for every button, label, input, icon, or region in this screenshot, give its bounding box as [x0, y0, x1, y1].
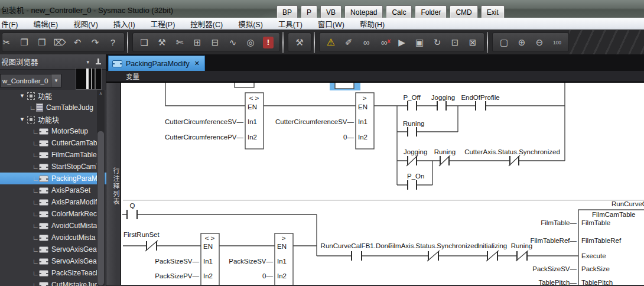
menu-insert[interactable]: 插入(I) — [106, 18, 143, 30]
compare-ne-block[interactable]: < > EN In1 In2 — [201, 233, 219, 285]
contact-label[interactable]: FirstRunSet — [123, 231, 160, 238]
compare-gt-block[interactable]: > EN In1 In2 — [356, 93, 374, 149]
operand-label[interactable]: CutterCircumferenceSV— — [165, 118, 243, 125]
delete-icon[interactable]: ⌦ — [52, 34, 67, 51]
search-icon[interactable]: ◎ — [243, 34, 258, 51]
contact-label[interactable]: Runing — [403, 120, 424, 127]
close-icon[interactable]: ✕ — [193, 60, 200, 67]
contact-label[interactable]: Jogging — [431, 94, 455, 101]
operand-label[interactable]: PackSizeSV— — [155, 258, 199, 265]
ladder-canvas[interactable]: < > EN In1 In2 CutterCircumferenceSV— Cu… — [121, 83, 644, 285]
offline-monitor-icon[interactable]: ⊠ — [465, 34, 480, 51]
tree-item-servoaxisgear1[interactable]: ∟ ServoAxisGearI — [0, 243, 106, 255]
operand-label[interactable]: TablePitch— — [538, 279, 577, 285]
chevron-down-icon[interactable]: ▾ — [51, 74, 61, 87]
fit-view-icon[interactable]: ▢ — [496, 34, 512, 51]
paste-icon[interactable]: ❒ — [34, 34, 50, 51]
tree-item-cuttercamtable[interactable]: ∟ CutterCamTabl — [0, 137, 106, 149]
build-icon[interactable]: ⚒ — [154, 34, 170, 51]
watch-table-icon[interactable]: ⊞ — [190, 34, 205, 51]
menu-help[interactable]: 帮助(H) — [352, 18, 392, 30]
operand-label[interactable]: CutterCircumferenceSV— — [275, 118, 354, 125]
cam-profile-icon[interactable]: ∿ — [225, 34, 240, 51]
menu-simulation[interactable]: 模拟(S) — [230, 18, 271, 30]
contact-label[interactable]: CutterAxis.Status.Synchronized — [464, 148, 560, 155]
menu-edit[interactable]: 编辑(E) — [25, 18, 66, 30]
tree-scrollbar[interactable]: ∧ — [97, 90, 105, 286]
compare-ne-block[interactable]: < > EN In1 In2 — [245, 93, 264, 149]
tree-item-colormarkrect[interactable]: ∟ ColorMarkRect — [0, 208, 106, 220]
tree-item-axisparaset[interactable]: ∟ AxisParaSet — [0, 184, 106, 196]
operand-label[interactable]: PackSizeSV— — [532, 265, 577, 272]
contact-label[interactable]: FilmAxis.Status.Synchronized — [388, 242, 478, 249]
warning-icon[interactable]: ⚠ — [323, 34, 339, 51]
cut-icon[interactable]: ✂ — [0, 34, 14, 51]
contact-label[interactable]: P_Off — [403, 94, 421, 101]
tree-item-avoidcutmistake2[interactable]: ∟ AvoidcutMista — [0, 232, 106, 243]
contact-label[interactable]: RunCurveCalFB1.Done — [321, 242, 392, 249]
scroll-up-icon[interactable]: ∧ — [97, 90, 105, 98]
tree-item-filmcamtable[interactable]: ∟ FilmCamTable( — [0, 149, 106, 161]
contact-label[interactable]: EndOfProfile — [461, 94, 499, 101]
compare-icon[interactable]: ✐ — [341, 34, 356, 51]
tree-group-function-blocks[interactable]: ▼ 功能块 — [0, 113, 106, 125]
tab-row-comment-list[interactable]: 行注释列表 — [106, 83, 121, 285]
monitor-watch-off-icon[interactable]: ∞✘ — [376, 34, 392, 51]
edit-tool-icon[interactable]: ⚒ — [292, 34, 307, 51]
tab-packingparamodify[interactable]: PackingParaModify ✕ — [108, 56, 205, 71]
tree-item-camtablejudge[interactable]: ∟ CamTableJudg — [0, 102, 106, 113]
zoom-out-icon[interactable]: ⊖ — [532, 34, 547, 51]
scrollbar-thumb[interactable] — [97, 131, 104, 285]
redo-icon[interactable]: ↷ — [87, 34, 103, 51]
zoom-in-icon[interactable]: ⊕ — [514, 34, 529, 51]
collapse-arrow-icon[interactable]: ▼ — [19, 93, 27, 99]
menu-tools[interactable]: 工具(T) — [271, 18, 310, 30]
monitor-watch-icon[interactable]: ∞ — [359, 34, 374, 51]
menu-file[interactable]: 件(F) — [0, 18, 25, 30]
filmcamtable-fb-block[interactable]: RunCurveC FilmCamTable FilmTable FilmTab… — [578, 200, 644, 285]
operand-label[interactable]: PackSizePV— — [155, 272, 199, 280]
tree-item-packingparamodify[interactable]: ∟ PackingParaM — [0, 173, 106, 184]
tree-group-functions[interactable]: ▼ 功能 — [0, 90, 106, 102]
tree-item-servoaxisgear2[interactable]: ∟ ServoAxisGeart — [0, 255, 106, 267]
compare-gt-block[interactable]: > EN In1 In2 — [275, 233, 293, 285]
online-monitor-icon[interactable]: ⊡ — [447, 34, 463, 51]
tree-item-axisparamodify[interactable]: ∟ AxisParaModif — [0, 196, 106, 208]
contact-bars[interactable] — [127, 210, 527, 261]
operand-label[interactable]: CutterCircumferencePV— — [165, 134, 243, 141]
help-icon[interactable]: ? — [105, 34, 121, 51]
error-list-icon[interactable]: ! — [263, 37, 274, 48]
tree-item-cutmistakejudge[interactable]: ∟ CutMistakeJud — [0, 279, 106, 286]
tree-item-avoidcutmistake1[interactable]: ∟ AvoidCutMista — [0, 220, 106, 232]
run-icon[interactable]: ▶ — [394, 34, 409, 51]
zoom-100-icon[interactable]: 100 — [549, 34, 565, 51]
tree-item-packsizeteach[interactable]: ∟ PackSizeTeach — [0, 267, 106, 279]
sync-icon[interactable]: ↻ — [430, 34, 445, 51]
cascade-window-icon[interactable]: ❏ — [136, 34, 152, 51]
copy-icon[interactable]: ❐ — [17, 34, 32, 51]
operand-label[interactable]: FilmTable— — [541, 219, 577, 226]
menu-controller[interactable]: 控制器(C) — [183, 18, 230, 30]
contact-label[interactable]: Q — [130, 202, 135, 209]
controller-select[interactable]: w_Controller_0 ▾ — [0, 74, 61, 87]
operand-label[interactable]: FilmTableRef— — [530, 237, 577, 244]
undo-icon[interactable]: ↶ — [70, 34, 85, 51]
variables-bar[interactable]: 变量 — [106, 71, 644, 83]
io-map-icon[interactable]: ⊟ — [207, 34, 223, 51]
rebuild-icon[interactable]: ✄ — [172, 34, 187, 51]
operand-label[interactable]: PackSizeSV— — [229, 258, 273, 265]
chevron-down-icon[interactable]: ▾ — [82, 59, 94, 65]
selected-partial-element[interactable] — [335, 83, 354, 89]
contact-label[interactable]: Runing — [434, 148, 456, 155]
tree-item-startstopcam[interactable]: ∟ StartStopCamT — [0, 161, 106, 173]
menu-project[interactable]: 工程(P) — [143, 18, 183, 30]
contact-label[interactable]: Runing — [511, 242, 532, 249]
contact-label[interactable]: P_On — [407, 173, 424, 180]
collapse-arrow-icon[interactable]: ▼ — [19, 116, 27, 122]
transfer-icon[interactable]: ▣ — [412, 34, 427, 51]
operand-label[interactable]: 0— — [343, 134, 354, 141]
menu-window[interactable]: 窗口(W) — [310, 18, 352, 30]
pin-icon[interactable] — [94, 58, 102, 66]
contact-label[interactable]: Initializing — [477, 242, 508, 249]
operand-label[interactable]: 0— — [262, 272, 273, 280]
